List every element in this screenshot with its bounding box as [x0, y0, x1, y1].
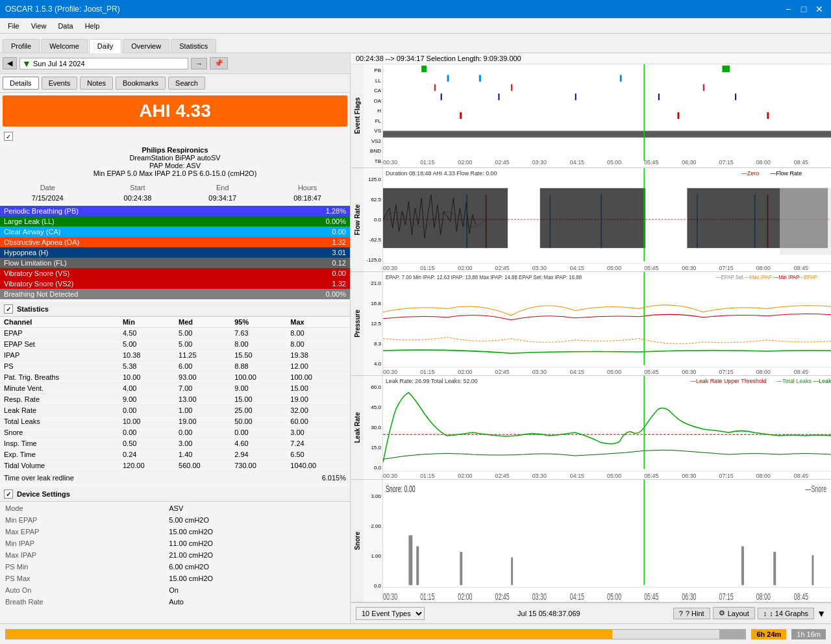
tab-overview[interactable]: Overview: [123, 39, 169, 53]
menu-data[interactable]: Data: [53, 21, 78, 31]
snore-y-axis: 3.00 2.00 1.00 0.0: [364, 480, 383, 602]
svg-rect-12: [575, 93, 577, 100]
device-pap-mode: PAP Mode: ASV: [3, 162, 347, 169]
sub-tab-events[interactable]: Events: [42, 77, 78, 90]
device-settings-checkbox[interactable]: ✓: [4, 489, 13, 499]
tab-statistics[interactable]: Statistics: [171, 39, 216, 53]
svg-text:01:15: 01:15: [420, 265, 434, 271]
svg-text:01:15: 01:15: [420, 591, 434, 602]
table-row: Tidal Volume120.00560.00730.001040.00: [0, 460, 350, 471]
sub-tab-bookmarks[interactable]: Bookmarks: [116, 77, 166, 90]
sub-tab-notes[interactable]: Notes: [80, 77, 113, 90]
status-bar: 6h 24m 1h 16m: [0, 623, 831, 644]
progress-bar-fill: [6, 630, 612, 639]
window-controls: − □ ✕: [782, 3, 826, 16]
svg-rect-108: [383, 480, 831, 602]
svg-text:04:15: 04:15: [570, 159, 584, 166]
svg-rect-54: [780, 188, 831, 255]
hours-header: Hours: [265, 182, 350, 193]
svg-text:—Total Leaks: —Total Leaks: [776, 378, 812, 384]
statistics-checkbox[interactable]: ✓: [4, 304, 13, 314]
menu-help[interactable]: Help: [80, 21, 105, 31]
leak-rate-y-axis: 60.0 45.0 30.0 15.0 0.0: [364, 376, 383, 479]
table-row: Exp. Time0.241.402.946.50: [0, 449, 350, 460]
device-settings-table: ModeASVMin EPAP5.00 cmH2OMax EPAP15.00 c…: [0, 502, 350, 608]
svg-text:05:00: 05:00: [607, 591, 621, 602]
device-settings-header: ✓ Device Settings: [0, 487, 350, 502]
table-row: IPAP10.3811.2515.5019.38: [0, 350, 350, 361]
svg-text:02:00: 02:00: [458, 159, 472, 166]
event-vs2: Vibratory Snore (VS2) 1.32: [0, 279, 350, 289]
nav-pin-button[interactable]: 📌: [210, 57, 228, 69]
svg-text:01:15: 01:15: [420, 369, 434, 375]
svg-text:08:00: 08:00: [756, 591, 771, 602]
svg-text:05:00: 05:00: [607, 473, 621, 479]
svg-rect-10: [441, 93, 442, 100]
sub-tab-details[interactable]: Details: [3, 77, 39, 90]
svg-text:—Zero: —Zero: [741, 170, 759, 177]
svg-text:08:00: 08:00: [756, 159, 771, 166]
event-types-select[interactable]: 10 Event Types: [356, 607, 425, 620]
pressure-chart[interactable]: EPAP: 7.00 Min IPAP: 12.63 IPAP: 13.88 M…: [383, 272, 831, 375]
tab-daily[interactable]: Daily: [89, 39, 121, 53]
flow-rate-chart[interactable]: Duration 08:18:48 AHI 4.33 Flow Rate: 0.…: [383, 168, 831, 271]
svg-rect-6: [620, 75, 622, 81]
progress-label: 6h 24m: [751, 629, 786, 639]
svg-text:05:45: 05:45: [644, 369, 658, 375]
leak-rate-chart[interactable]: Leak Rate: 26.99 Total Leaks: 52.00 —Lea…: [383, 376, 831, 479]
sub-tab-search[interactable]: Search: [168, 77, 205, 90]
nav-back-button[interactable]: ◀: [3, 57, 17, 69]
svg-text:08:00: 08:00: [756, 473, 771, 479]
hint-button[interactable]: ? ? Hint: [673, 608, 710, 619]
svg-rect-18: [383, 131, 831, 138]
svg-text:03:30: 03:30: [532, 473, 547, 479]
svg-text:00:30: 00:30: [383, 591, 397, 602]
svg-text:06:30: 06:30: [682, 369, 696, 375]
menu-view[interactable]: View: [26, 21, 52, 31]
sub-tab-bar: Details Events Notes Bookmarks Search: [0, 74, 350, 93]
menu-file[interactable]: File: [3, 21, 25, 31]
close-button[interactable]: ✕: [813, 3, 826, 16]
ahi-display: AHI 4.33: [3, 95, 347, 127]
svg-text:07:15: 07:15: [719, 265, 734, 271]
col-channel: Channel: [0, 317, 119, 328]
flow-rate-section: Flow Rate 125.0 62.5 0.0 -62.5 -125.0 Du…: [351, 168, 831, 272]
snore-svg: Snore: 0.00 —Snore 00:30 01:15: [383, 480, 831, 602]
device-checkbox[interactable]: ✓: [4, 132, 13, 141]
svg-rect-68: [383, 272, 831, 375]
date-header: Date: [0, 182, 95, 193]
svg-rect-111: [408, 535, 412, 585]
svg-text:07:15: 07:15: [719, 591, 734, 602]
dropdown-arrow-icon[interactable]: ▼: [817, 608, 826, 619]
statistics-table: Channel Min Med 95% Max EPAP4.505.007.63…: [0, 317, 350, 471]
svg-text:04:15: 04:15: [570, 369, 584, 375]
table-row: EPAP4.505.007.638.00: [0, 328, 350, 339]
date-input[interactable]: [19, 58, 188, 69]
progress-bar[interactable]: [5, 629, 746, 639]
device-info: Philips Respironics DreamStation BiPAP a…: [0, 143, 350, 180]
tab-welcome[interactable]: Welcome: [41, 39, 88, 53]
snore-section: Snore 3.00 2.00 1.00 0.0 Snore: 0.00 —Sn…: [351, 480, 831, 602]
svg-rect-14: [735, 93, 736, 100]
svg-text:02:00: 02:00: [458, 473, 472, 479]
ahi-value: AHI 4.33: [139, 101, 211, 121]
svg-text:02:00: 02:00: [458, 265, 472, 271]
event-oa: Obstructive Apnea (OA) 1.32: [0, 237, 350, 247]
maximize-button[interactable]: □: [797, 3, 810, 16]
svg-text:02:00: 02:00: [458, 591, 472, 602]
tab-profile[interactable]: Profile: [3, 39, 40, 53]
list-item: ModeASV: [1, 503, 349, 514]
pressure-y-axis: 21.0 16.8 12.5 8.3 4.0: [364, 272, 383, 375]
svg-text:02:45: 02:45: [495, 369, 510, 375]
nav-forward-button[interactable]: →: [191, 58, 207, 69]
svg-text:05:45: 05:45: [644, 265, 658, 271]
graphs-button[interactable]: ↕ ↕ 14 Graphs: [758, 608, 814, 619]
layout-button[interactable]: ⚙ Layout: [713, 607, 755, 619]
col-95pct: 95%: [230, 317, 286, 328]
snore-chart[interactable]: Snore: 0.00 —Snore 00:30 01:15: [383, 480, 831, 602]
minimize-button[interactable]: −: [782, 3, 795, 16]
col-min: Min: [119, 317, 175, 328]
main-container: ◀ ▼ → 📌 Details Events Notes Bookmarks S…: [0, 53, 831, 623]
event-flags-chart[interactable]: 00:30 01:15 02:00 02:45 03:30 04:15 05:0…: [383, 64, 831, 167]
table-row: Total Leaks10.0019.0050.0060.00: [0, 416, 350, 427]
